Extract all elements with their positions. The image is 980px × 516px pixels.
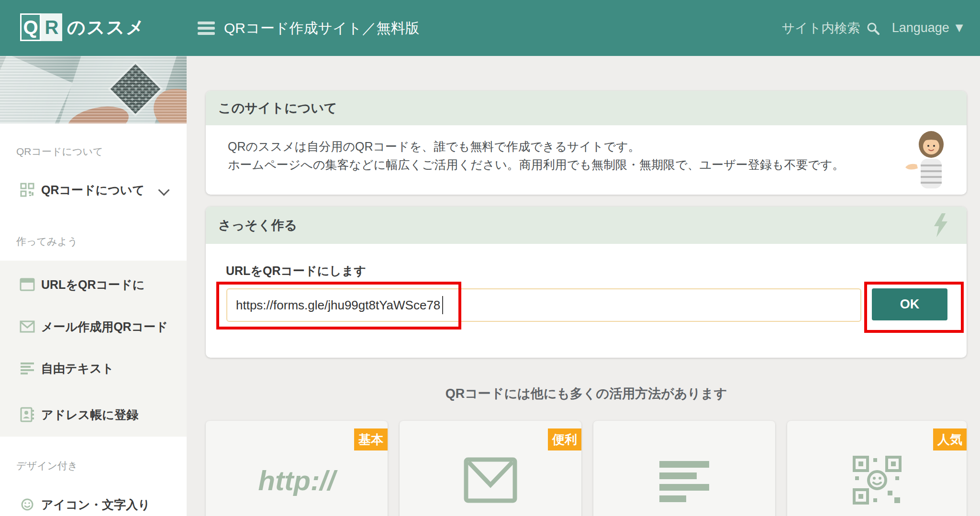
more-uses-heading: QRコードには他にも多くの活用方法があります [206, 385, 967, 402]
create-card-title: さっそく作る [218, 217, 297, 234]
about-card-header: このサイトについて [206, 91, 967, 125]
about-text-line2: ホームページへの集客などに幅広くご活用ください。商用利用でも無制限・無期限で、ユ… [228, 157, 844, 173]
sidebar-item-label: メール作成用QRコード [41, 319, 168, 335]
ok-button[interactable]: OK [872, 288, 947, 320]
text-lines-icon [19, 362, 35, 375]
language-label: Language ▼ [892, 21, 966, 35]
logo-q-tile: Q [20, 13, 41, 41]
sidebar-item-label: URLをQRコードに [41, 277, 145, 293]
url-field-label: URLをQRコードにします [226, 263, 366, 279]
use-card-design-qr[interactable]: 人気 [787, 421, 967, 516]
main-content: このサイトについて QRのススメは自分用のQRコードを、誰でも無料で作成できるサ… [187, 56, 980, 516]
quick-create-card: さっそく作る URLをQRコードにします OK [206, 207, 967, 358]
url-input[interactable] [226, 288, 861, 322]
sidebar: QRコードについて QRコードについて 作ってみよう [0, 56, 187, 516]
sidebar-item-icon-text-qr[interactable]: アイコン・文字入り [0, 490, 187, 516]
sidebar-item-label: 自由テキスト [41, 361, 114, 376]
qr-code-icon [19, 183, 35, 197]
use-card-url[interactable]: 基本 http:// [206, 421, 388, 516]
about-site-card: このサイトについて QRのススメは自分用のQRコードを、誰でも無料で作成できるサ… [206, 91, 967, 195]
sidebar-section-create: 作ってみよう [16, 235, 78, 248]
site-search-label: サイト内検索 [782, 20, 860, 37]
woman-illustration [903, 131, 949, 191]
envelope-icon [19, 320, 35, 333]
site-search-link[interactable]: サイト内検索 [782, 20, 880, 37]
use-card-free-text[interactable] [593, 421, 775, 516]
create-card-header: さっそく作る [206, 207, 967, 244]
about-text-line1: QRのススメは自分用のQRコードを、誰でも無料で作成できるサイトです。 [228, 139, 640, 154]
sidebar-photo [0, 56, 187, 123]
lightning-icon [932, 213, 948, 237]
about-card-title: このサイトについて [218, 99, 337, 117]
site-logo[interactable]: Q R のススメ [20, 13, 145, 41]
smiley-icon [19, 498, 35, 511]
search-icon[interactable] [866, 22, 880, 35]
sidebar-item-label: アイコン・文字入り [41, 497, 150, 513]
use-card-mail[interactable]: 便利 [400, 421, 581, 516]
page-title: QRコード作成サイト／無料版 [224, 0, 420, 56]
menu-icon[interactable] [198, 22, 215, 35]
language-dropdown[interactable]: Language ▼ [892, 21, 966, 35]
address-book-icon [19, 407, 35, 422]
logo-r-tile: R [41, 13, 62, 41]
sidebar-item-free-text[interactable]: 自由テキスト [0, 354, 187, 383]
sidebar-item-label: QRコードについて [41, 182, 145, 198]
qr-smiley-icon [852, 455, 902, 505]
sidebar-item-address-book[interactable]: アドレス帳に登録 [0, 400, 187, 429]
envelope-icon [464, 457, 517, 503]
browser-icon [19, 278, 35, 291]
sidebar-section-design: デザイン付き [16, 459, 78, 472]
sidebar-item-url-to-qr[interactable]: URLをQRコードに [0, 270, 187, 299]
text-lines-icon [657, 457, 711, 503]
top-header-bar: Q R のススメ QRコード作成サイト／無料版 サイト内検索 Language … [0, 0, 980, 56]
sidebar-item-mail-qr[interactable]: メール作成用QRコード [0, 312, 187, 341]
logo-text: のススメ [67, 15, 145, 40]
sidebar-item-label: アドレス帳に登録 [41, 407, 138, 423]
http-text-icon: http:// [258, 464, 335, 496]
sidebar-section-about: QRコードについて [16, 145, 103, 158]
